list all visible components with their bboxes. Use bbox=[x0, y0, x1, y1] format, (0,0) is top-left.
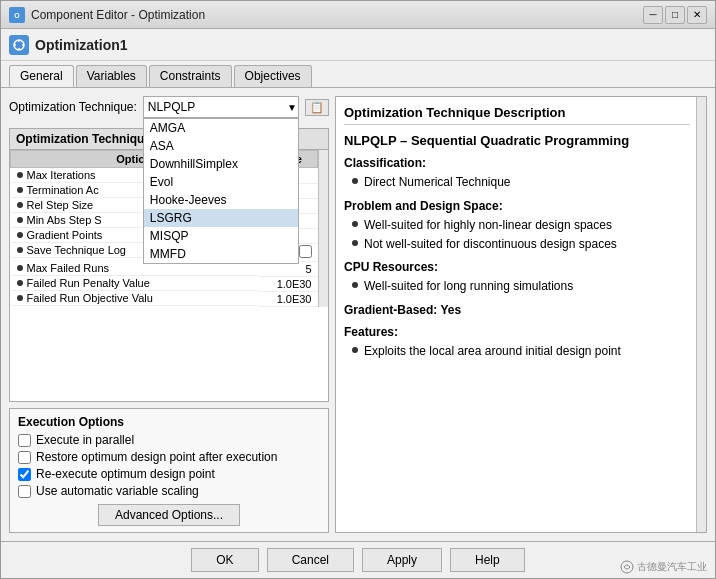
watermark: 古德曼汽车工业 bbox=[620, 560, 707, 574]
title-controls: ─ □ ✕ bbox=[643, 6, 707, 24]
dropdown-item-asa[interactable]: ASA bbox=[144, 137, 298, 155]
desc-bullet-icon bbox=[352, 178, 358, 184]
header-icon bbox=[9, 35, 29, 55]
tab-constraints[interactable]: Constraints bbox=[149, 65, 232, 87]
desc-item: Well-suited for long running simulations bbox=[352, 278, 690, 295]
desc-section-gradient: Gradient-Based: Yes bbox=[344, 303, 690, 317]
desc-section-cpu: CPU Resources: bbox=[344, 260, 690, 274]
dropdown-item-amga[interactable]: AMGA bbox=[144, 119, 298, 137]
execute-parallel-checkbox[interactable] bbox=[18, 434, 31, 447]
desc-section-classification: Classification: bbox=[344, 156, 690, 170]
dropdown-item-hooke[interactable]: Hooke-Jeeves bbox=[144, 191, 298, 209]
title-icon: O bbox=[9, 7, 25, 23]
maximize-button[interactable]: □ bbox=[665, 6, 685, 24]
checkbox-reexecute-optimum: Re-execute optimum design point bbox=[18, 467, 320, 481]
desc-item: Well-suited for highly non-linear design… bbox=[352, 217, 690, 234]
desc-section-problem: Problem and Design Space: bbox=[344, 199, 690, 213]
svg-text:O: O bbox=[14, 12, 20, 19]
bullet-icon bbox=[17, 187, 23, 193]
desc-bullet-icon bbox=[352, 282, 358, 288]
footer: OK Cancel Apply Help 古德曼汽车工业 bbox=[1, 541, 715, 578]
bullet-icon bbox=[17, 265, 23, 271]
content-area: Optimization Technique: NLPQLP ▼ AMGA AS… bbox=[1, 88, 715, 541]
header-title: Optimization1 bbox=[35, 37, 128, 53]
desc-bullet-icon bbox=[352, 347, 358, 353]
bullet-icon bbox=[17, 202, 23, 208]
bullet-icon bbox=[17, 295, 23, 301]
technique-label: Optimization Technique: bbox=[9, 100, 137, 114]
advanced-btn-row: Advanced Options... bbox=[18, 504, 320, 526]
bullet-icon bbox=[17, 247, 23, 253]
dropdown-item-lsgrg[interactable]: LSGRG bbox=[144, 209, 298, 227]
desc-section-features: Features: bbox=[344, 325, 690, 339]
title-bar: O Component Editor - Optimization ─ □ ✕ bbox=[1, 1, 715, 29]
desc-title: NLPQLP – Sequential Quadratic Programmin… bbox=[344, 133, 690, 148]
technique-select-container: NLPQLP ▼ AMGA ASA DownhillSimplex Evol H… bbox=[143, 96, 299, 118]
execution-section: Execution Options Execute in parallel Re… bbox=[9, 408, 329, 533]
bullet-icon bbox=[17, 232, 23, 238]
desc-item: Exploits the local area around initial d… bbox=[352, 343, 690, 360]
dropdown-item-evol[interactable]: Evol bbox=[144, 173, 298, 191]
checkbox-auto-scaling: Use automatic variable scaling bbox=[18, 484, 320, 498]
tab-variables[interactable]: Variables bbox=[76, 65, 147, 87]
dropdown-item-downhill[interactable]: DownhillSimplex bbox=[144, 155, 298, 173]
ok-button[interactable]: OK bbox=[191, 548, 258, 572]
tab-bar: General Variables Constraints Objectives bbox=[1, 61, 715, 88]
desc-bullet-icon bbox=[352, 221, 358, 227]
right-panel: Optimization Technique Description NLPQL… bbox=[335, 96, 707, 533]
table-row: Failed Run Penalty Value 1.0E30 bbox=[11, 276, 318, 291]
dropdown-item-mmfd[interactable]: MMFD bbox=[144, 245, 298, 263]
apply-button[interactable]: Apply bbox=[362, 548, 442, 572]
desc-panel: Optimization Technique Description NLPQL… bbox=[335, 96, 707, 533]
desc-panel-header: Optimization Technique Description bbox=[344, 105, 690, 125]
execution-title: Execution Options bbox=[18, 415, 320, 429]
main-window: O Component Editor - Optimization ─ □ ✕ … bbox=[0, 0, 716, 579]
restore-optimum-checkbox[interactable] bbox=[18, 451, 31, 464]
dropdown-item-misqp[interactable]: MISQP bbox=[144, 227, 298, 245]
technique-info-button[interactable]: 📋 bbox=[305, 99, 329, 116]
left-panel: Optimization Technique: NLPQLP ▼ AMGA AS… bbox=[9, 96, 329, 533]
cancel-button[interactable]: Cancel bbox=[267, 548, 354, 572]
bullet-icon bbox=[17, 172, 23, 178]
bullet-icon bbox=[17, 217, 23, 223]
checkbox-restore-optimum: Restore optimum design point after execu… bbox=[18, 450, 320, 464]
window-title: Component Editor - Optimization bbox=[31, 8, 205, 22]
dropdown-list[interactable]: AMGA ASA DownhillSimplex Evol Hooke-Jeev… bbox=[143, 118, 299, 264]
tab-objectives[interactable]: Objectives bbox=[234, 65, 312, 87]
desc-bullet-icon bbox=[352, 240, 358, 246]
options-panel-title: Optimization Technique bbox=[16, 132, 151, 146]
watermark-icon bbox=[620, 560, 634, 574]
desc-scrollbar[interactable] bbox=[696, 97, 706, 532]
table-row: Failed Run Objective Valu 1.0E30 bbox=[11, 291, 318, 306]
bullet-icon bbox=[17, 280, 23, 286]
svg-point-8 bbox=[621, 561, 633, 573]
desc-item: Not well-suited for discontinuous design… bbox=[352, 236, 690, 253]
auto-scaling-checkbox[interactable] bbox=[18, 485, 31, 498]
header-bar: Optimization1 bbox=[1, 29, 715, 61]
minimize-button[interactable]: ─ bbox=[643, 6, 663, 24]
help-button[interactable]: Help bbox=[450, 548, 525, 572]
tab-general[interactable]: General bbox=[9, 65, 74, 87]
watermark-text: 古德曼汽车工业 bbox=[637, 560, 707, 574]
close-button[interactable]: ✕ bbox=[687, 6, 707, 24]
technique-row: Optimization Technique: NLPQLP ▼ AMGA AS… bbox=[9, 96, 329, 118]
technique-select[interactable]: NLPQLP bbox=[143, 96, 299, 118]
options-scrollbar[interactable] bbox=[318, 150, 328, 307]
save-technique-log-checkbox[interactable] bbox=[299, 245, 312, 258]
advanced-options-button[interactable]: Advanced Options... bbox=[98, 504, 240, 526]
reexecute-optimum-checkbox[interactable] bbox=[18, 468, 31, 481]
checkbox-execute-parallel: Execute in parallel bbox=[18, 433, 320, 447]
desc-item: Direct Numerical Technique bbox=[352, 174, 690, 191]
